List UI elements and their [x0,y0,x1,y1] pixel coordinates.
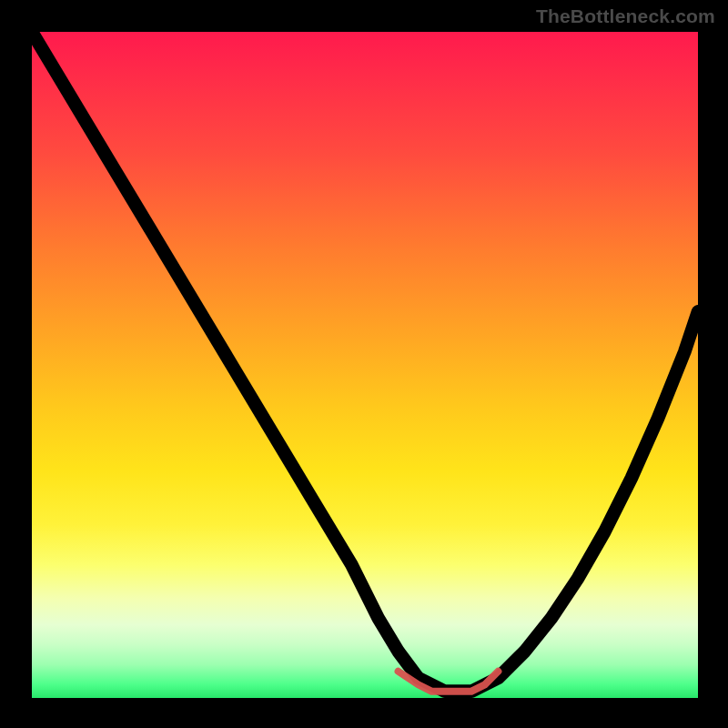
chart-frame: TheBottleneck.com [0,0,728,728]
curve-svg [32,32,698,698]
plot-area [31,31,697,697]
bottleneck-curve [32,32,698,692]
plot-inner [31,31,699,699]
watermark-text: TheBottleneck.com [536,5,715,27]
